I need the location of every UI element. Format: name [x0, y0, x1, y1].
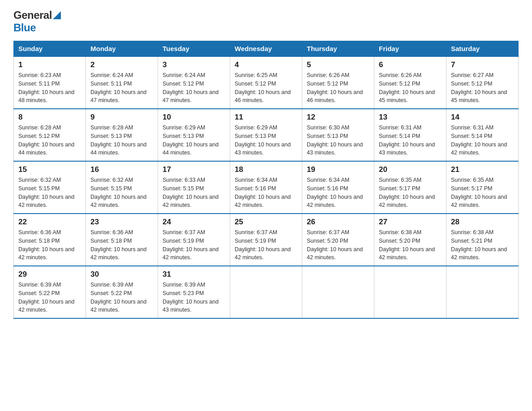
- day-info: Sunrise: 6:37 AM Sunset: 5:19 PM Dayligh…: [163, 228, 225, 262]
- day-number: 13: [379, 113, 442, 122]
- sunrise-label: Sunrise: 6:29 AM: [235, 124, 277, 131]
- sunrise-label: Sunrise: 6:37 AM: [235, 229, 277, 235]
- daylight-label: Daylight: 10 hours and 45 minutes.: [451, 89, 507, 104]
- day-info: Sunrise: 6:33 AM Sunset: 5:15 PM Dayligh…: [163, 176, 225, 210]
- day-info: Sunrise: 6:36 AM Sunset: 5:18 PM Dayligh…: [18, 228, 81, 262]
- daylight-label: Daylight: 10 hours and 42 minutes.: [379, 194, 435, 209]
- sunset-label: Sunset: 5:19 PM: [163, 238, 204, 244]
- calendar-cell: 29 Sunrise: 6:39 AM Sunset: 5:22 PM Dayl…: [14, 266, 86, 318]
- sunset-label: Sunset: 5:20 PM: [307, 238, 348, 244]
- day-info: Sunrise: 6:36 AM Sunset: 5:18 PM Dayligh…: [90, 228, 153, 262]
- daylight-label: Daylight: 10 hours and 42 minutes.: [18, 194, 74, 209]
- calendar-cell: 28 Sunrise: 6:38 AM Sunset: 5:21 PM Dayl…: [446, 214, 519, 266]
- sunset-label: Sunset: 5:20 PM: [379, 238, 420, 244]
- sunrise-label: Sunrise: 6:32 AM: [18, 177, 61, 183]
- day-info: Sunrise: 6:35 AM Sunset: 5:17 PM Dayligh…: [451, 176, 514, 210]
- day-info: Sunrise: 6:30 AM Sunset: 5:13 PM Dayligh…: [307, 124, 369, 157]
- daylight-label: Daylight: 10 hours and 42 minutes.: [163, 246, 219, 261]
- day-info: Sunrise: 6:38 AM Sunset: 5:21 PM Dayligh…: [451, 228, 514, 262]
- day-number: 15: [18, 165, 81, 174]
- day-number: 22: [18, 218, 81, 227]
- daylight-label: Daylight: 10 hours and 42 minutes.: [163, 194, 219, 209]
- sunset-label: Sunset: 5:16 PM: [235, 185, 276, 192]
- weekday-header-saturday: Saturday: [446, 41, 519, 57]
- calendar-week-row: 22 Sunrise: 6:36 AM Sunset: 5:18 PM Dayl…: [14, 214, 519, 266]
- daylight-label: Daylight: 10 hours and 48 minutes.: [18, 89, 74, 104]
- daylight-label: Daylight: 10 hours and 43 minutes.: [235, 141, 291, 156]
- sunrise-label: Sunrise: 6:34 AM: [307, 177, 349, 183]
- sunset-label: Sunset: 5:23 PM: [163, 290, 204, 296]
- weekday-header-row: SundayMondayTuesdayWednesdayThursdayFrid…: [14, 41, 519, 57]
- day-number: 16: [90, 165, 153, 174]
- day-info: Sunrise: 6:35 AM Sunset: 5:17 PM Dayligh…: [379, 176, 442, 210]
- sunset-label: Sunset: 5:16 PM: [307, 185, 348, 192]
- daylight-label: Daylight: 10 hours and 42 minutes.: [307, 194, 363, 209]
- sunrise-label: Sunrise: 6:34 AM: [235, 177, 277, 183]
- sunrise-label: Sunrise: 6:39 AM: [163, 282, 205, 288]
- day-number: 2: [90, 60, 153, 69]
- logo-blue-text: Blue: [13, 21, 36, 34]
- day-info: Sunrise: 6:39 AM Sunset: 5:22 PM Dayligh…: [18, 281, 81, 314]
- day-info: Sunrise: 6:34 AM Sunset: 5:16 PM Dayligh…: [307, 176, 369, 210]
- calendar-cell: 7 Sunrise: 6:27 AM Sunset: 5:12 PM Dayli…: [446, 56, 519, 109]
- calendar-cell: 17 Sunrise: 6:33 AM Sunset: 5:15 PM Dayl…: [158, 161, 230, 214]
- sunrise-label: Sunrise: 6:38 AM: [379, 229, 421, 235]
- calendar-cell: 15 Sunrise: 6:32 AM Sunset: 5:15 PM Dayl…: [14, 161, 86, 214]
- calendar-cell: 31 Sunrise: 6:39 AM Sunset: 5:23 PM Dayl…: [158, 266, 230, 318]
- calendar-cell: 14 Sunrise: 6:31 AM Sunset: 5:14 PM Dayl…: [446, 109, 519, 161]
- day-info: Sunrise: 6:31 AM Sunset: 5:14 PM Dayligh…: [379, 124, 442, 157]
- daylight-label: Daylight: 10 hours and 44 minutes.: [90, 141, 146, 156]
- calendar-cell: 22 Sunrise: 6:36 AM Sunset: 5:18 PM Dayl…: [14, 214, 86, 266]
- calendar-cell: 16 Sunrise: 6:32 AM Sunset: 5:15 PM Dayl…: [86, 161, 158, 214]
- calendar-cell: 5 Sunrise: 6:26 AM Sunset: 5:12 PM Dayli…: [302, 56, 374, 109]
- calendar-week-row: 1 Sunrise: 6:23 AM Sunset: 5:11 PM Dayli…: [14, 56, 519, 109]
- calendar-cell: 1 Sunrise: 6:23 AM Sunset: 5:11 PM Dayli…: [14, 56, 86, 109]
- daylight-label: Daylight: 10 hours and 42 minutes.: [90, 194, 146, 209]
- day-info: Sunrise: 6:34 AM Sunset: 5:16 PM Dayligh…: [235, 176, 297, 210]
- calendar-cell: 26 Sunrise: 6:37 AM Sunset: 5:20 PM Dayl…: [302, 214, 374, 266]
- day-number: 24: [163, 218, 225, 227]
- calendar-cell: 27 Sunrise: 6:38 AM Sunset: 5:20 PM Dayl…: [374, 214, 446, 266]
- calendar-week-row: 15 Sunrise: 6:32 AM Sunset: 5:15 PM Dayl…: [14, 161, 519, 214]
- daylight-label: Daylight: 10 hours and 42 minutes.: [451, 141, 507, 156]
- calendar-body: 1 Sunrise: 6:23 AM Sunset: 5:11 PM Dayli…: [14, 56, 519, 318]
- calendar-cell: 4 Sunrise: 6:25 AM Sunset: 5:12 PM Dayli…: [230, 56, 302, 109]
- day-number: 11: [235, 113, 297, 122]
- day-info: Sunrise: 6:32 AM Sunset: 5:15 PM Dayligh…: [18, 176, 81, 210]
- sunset-label: Sunset: 5:17 PM: [451, 185, 492, 192]
- sunset-label: Sunset: 5:14 PM: [451, 133, 492, 139]
- sunrise-label: Sunrise: 6:39 AM: [18, 282, 61, 288]
- sunrise-label: Sunrise: 6:23 AM: [18, 72, 61, 78]
- daylight-label: Daylight: 10 hours and 42 minutes.: [235, 194, 291, 209]
- calendar-cell: 8 Sunrise: 6:28 AM Sunset: 5:12 PM Dayli…: [14, 109, 86, 161]
- day-info: Sunrise: 6:38 AM Sunset: 5:20 PM Dayligh…: [379, 228, 442, 262]
- daylight-label: Daylight: 10 hours and 43 minutes.: [379, 141, 435, 156]
- day-number: 10: [163, 113, 225, 122]
- day-number: 8: [18, 113, 81, 122]
- day-number: 27: [379, 218, 442, 227]
- day-number: 9: [90, 113, 153, 122]
- day-info: Sunrise: 6:39 AM Sunset: 5:23 PM Dayligh…: [163, 281, 225, 314]
- sunset-label: Sunset: 5:11 PM: [90, 81, 132, 87]
- sunset-label: Sunset: 5:12 PM: [307, 81, 348, 87]
- logo-triangle-icon: [53, 11, 61, 19]
- day-info: Sunrise: 6:26 AM Sunset: 5:12 PM Dayligh…: [379, 71, 442, 105]
- daylight-label: Daylight: 10 hours and 42 minutes.: [451, 194, 507, 209]
- calendar-cell: 11 Sunrise: 6:29 AM Sunset: 5:13 PM Dayl…: [230, 109, 302, 161]
- day-number: 30: [90, 270, 153, 279]
- calendar-cell: 24 Sunrise: 6:37 AM Sunset: 5:19 PM Dayl…: [158, 214, 230, 266]
- logo: General Blue: [13, 9, 61, 34]
- daylight-label: Daylight: 10 hours and 43 minutes.: [307, 141, 363, 156]
- calendar-cell: 12 Sunrise: 6:30 AM Sunset: 5:13 PM Dayl…: [302, 109, 374, 161]
- day-info: Sunrise: 6:31 AM Sunset: 5:14 PM Dayligh…: [451, 124, 514, 157]
- sunrise-label: Sunrise: 6:25 AM: [235, 72, 277, 78]
- sunrise-label: Sunrise: 6:26 AM: [307, 72, 349, 78]
- sunrise-label: Sunrise: 6:30 AM: [307, 124, 349, 131]
- daylight-label: Daylight: 10 hours and 47 minutes.: [90, 89, 146, 104]
- sunset-label: Sunset: 5:12 PM: [379, 81, 420, 87]
- day-number: 19: [307, 165, 369, 174]
- sunrise-label: Sunrise: 6:28 AM: [18, 124, 61, 131]
- sunset-label: Sunset: 5:13 PM: [90, 133, 132, 139]
- daylight-label: Daylight: 10 hours and 42 minutes.: [18, 299, 74, 313]
- weekday-header-tuesday: Tuesday: [158, 41, 230, 57]
